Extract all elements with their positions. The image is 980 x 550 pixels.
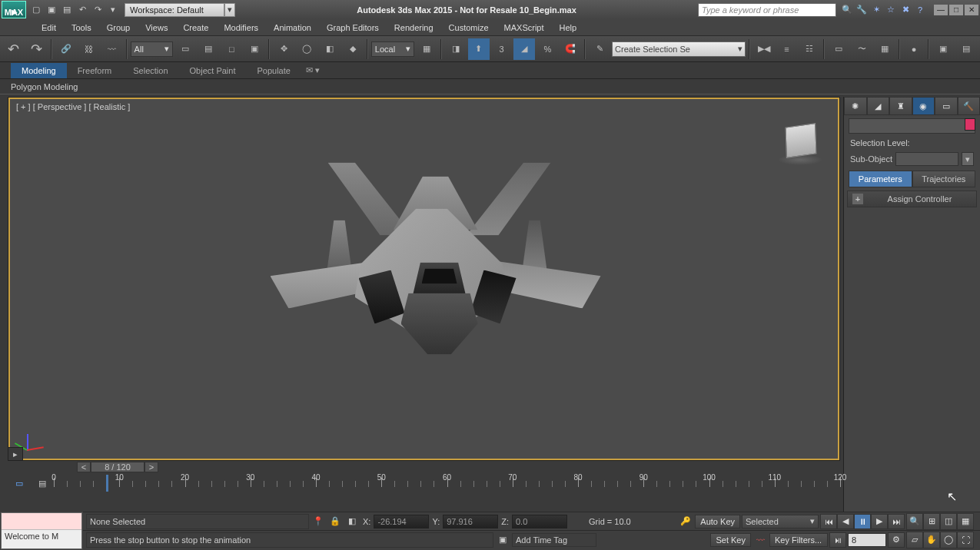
- timeline-ruler[interactable]: 0102030405060708090100110120: [54, 475, 840, 492]
- time-slider[interactable]: 8 / 120: [91, 462, 145, 472]
- pivot-button[interactable]: ▦: [416, 38, 437, 60]
- key-icon[interactable]: 🔑: [678, 515, 693, 528]
- redo-button[interactable]: ↷: [26, 38, 48, 60]
- align-button[interactable]: ≡: [776, 38, 798, 60]
- ribbon-expand-icon[interactable]: ✉ ▾: [301, 62, 324, 78]
- sub-object-combo[interactable]: [895, 152, 958, 166]
- z-coord-field[interactable]: 0.0: [512, 515, 567, 528]
- cmd-tab-hierarchy[interactable]: ♜: [889, 97, 912, 115]
- ribbon-toggle-button[interactable]: ▭: [828, 38, 849, 60]
- object-color-swatch[interactable]: [965, 118, 975, 131]
- close-button[interactable]: ✕: [965, 5, 978, 15]
- render-setup-button[interactable]: ▣: [932, 38, 954, 60]
- menu-help[interactable]: Help: [552, 21, 585, 35]
- help-icon[interactable]: ?: [914, 4, 926, 16]
- render-frame-button[interactable]: ▤: [955, 38, 977, 60]
- auto-key-button[interactable]: Auto Key: [695, 515, 740, 528]
- parameters-button[interactable]: Parameters: [849, 171, 912, 187]
- pan-button[interactable]: ✋: [923, 532, 940, 548]
- keyboard-shortcut-override-button[interactable]: ⬆: [468, 38, 490, 60]
- menu-create[interactable]: Create: [175, 21, 216, 35]
- lock-icon[interactable]: 📍: [311, 515, 326, 528]
- cmd-tab-motion[interactable]: ◉: [912, 97, 935, 115]
- rollout-expand-icon[interactable]: +: [852, 194, 863, 204]
- named-selection-combo[interactable]: Create Selection Se▾: [612, 41, 746, 57]
- open-icon[interactable]: ▣: [45, 3, 58, 17]
- menu-graph-editors[interactable]: Graph Editors: [319, 21, 387, 35]
- select-by-name-button[interactable]: ▤: [198, 38, 219, 60]
- play-button[interactable]: ⏸: [854, 514, 871, 529]
- key-filters-button[interactable]: Key Filters...: [769, 533, 828, 547]
- layers-button[interactable]: ☷: [799, 38, 820, 60]
- exchange-icon[interactable]: ✶: [870, 4, 882, 16]
- menu-group[interactable]: Group: [99, 21, 138, 35]
- manipulate-button[interactable]: ◨: [445, 38, 467, 60]
- snap-3-button[interactable]: 3: [491, 38, 513, 60]
- project-icon[interactable]: ▾: [106, 3, 120, 17]
- autodesk360-icon[interactable]: ✖: [899, 4, 912, 16]
- isolate-icon[interactable]: ◧: [344, 515, 360, 528]
- select-region-button[interactable]: □: [221, 38, 242, 60]
- track-view-mini-icon[interactable]: ▭: [8, 475, 31, 491]
- set-key-button[interactable]: Set Key: [710, 533, 751, 547]
- save-icon[interactable]: ▤: [60, 3, 74, 17]
- orbit-button[interactable]: ◯: [940, 532, 957, 548]
- angle-snap-button[interactable]: ◢: [513, 38, 535, 60]
- ribbon-tab-objectpaint[interactable]: Object Paint: [179, 63, 247, 78]
- cmd-tab-modify[interactable]: ◢: [867, 97, 890, 115]
- menu-tools[interactable]: Tools: [64, 21, 99, 35]
- menu-animation[interactable]: Animation: [266, 21, 319, 35]
- time-config-button[interactable]: ⚙: [888, 532, 905, 548]
- ribbon-tab-freeform[interactable]: Freeform: [67, 63, 123, 78]
- select-object-button[interactable]: ▭: [174, 38, 196, 60]
- maximize-button[interactable]: □: [949, 5, 963, 15]
- undo-icon[interactable]: ↶: [75, 3, 89, 17]
- time-tag-icon[interactable]: ▣: [495, 533, 510, 547]
- unlink-button[interactable]: ⛓: [78, 38, 100, 60]
- time-prev-button[interactable]: <: [77, 462, 91, 472]
- cmd-tab-display[interactable]: ▭: [935, 97, 958, 115]
- viewport-perspective[interactable]: [ + ] [ Perspective ] [ Realistic ]: [8, 98, 839, 460]
- time-next-button[interactable]: >: [145, 462, 158, 472]
- menu-edit[interactable]: Edit: [34, 21, 64, 35]
- rotate-button[interactable]: ◯: [296, 38, 317, 60]
- infocenter-search[interactable]: Type a keyword or phrase: [698, 3, 836, 17]
- menu-modifiers[interactable]: Modifiers: [216, 21, 266, 35]
- prev-frame-button[interactable]: ◀: [837, 514, 854, 529]
- ribbon-tab-selection[interactable]: Selection: [122, 63, 178, 78]
- max-toggle-button[interactable]: ⛶: [957, 532, 974, 548]
- cmd-tab-utilities[interactable]: 🔨: [958, 97, 981, 115]
- zoom-extents-all-button[interactable]: ▦: [957, 513, 974, 530]
- search-icon[interactable]: 🔍: [841, 4, 853, 16]
- key-mode-combo[interactable]: Selected▾: [742, 515, 819, 528]
- menu-views[interactable]: Views: [138, 21, 175, 35]
- ribbon-panel[interactable]: Polygon Modeling: [0, 79, 980, 94]
- favorite-icon[interactable]: ☆: [885, 4, 897, 16]
- current-frame-field[interactable]: 8: [848, 533, 886, 547]
- spinner-snap-button[interactable]: 🧲: [560, 38, 581, 60]
- ribbon-tab-populate[interactable]: Populate: [246, 63, 301, 78]
- menu-maxscript[interactable]: MAXScript: [497, 21, 552, 35]
- track-bar-icon[interactable]: ▤: [31, 475, 54, 491]
- ref-coord-combo[interactable]: Local▾: [371, 41, 414, 57]
- scene-object-spaceship[interactable]: [240, 140, 609, 393]
- rollout-assign-controller[interactable]: + Assign Controller: [847, 191, 977, 207]
- x-coord-field[interactable]: -26.194: [374, 515, 429, 528]
- mirror-button[interactable]: ▶◀: [753, 38, 775, 60]
- app-menu-button[interactable]: MAX: [2, 1, 26, 18]
- ribbon-tab-modeling[interactable]: Modeling: [11, 63, 67, 78]
- fov-button[interactable]: ▱: [906, 532, 923, 548]
- undo-button[interactable]: ↶: [3, 38, 25, 60]
- new-icon[interactable]: ▢: [29, 3, 43, 17]
- maxscript-mini-listener[interactable]: Welcome to M: [1, 512, 82, 549]
- next-frame-button[interactable]: ▶: [871, 514, 888, 529]
- trajectories-button[interactable]: Trajectories: [912, 171, 976, 187]
- add-time-tag-button[interactable]: Add Time Tag: [512, 533, 596, 547]
- edit-named-selection-button[interactable]: ✎: [589, 38, 610, 60]
- y-coord-field[interactable]: 97.916: [443, 515, 498, 528]
- cmd-tab-create[interactable]: ✺: [844, 97, 867, 115]
- window-crossing-button[interactable]: ▣: [244, 38, 265, 60]
- zoom-all-button[interactable]: ⊞: [923, 513, 940, 530]
- zoom-button[interactable]: 🔍: [906, 513, 923, 530]
- signin-icon[interactable]: 🔧: [855, 4, 868, 16]
